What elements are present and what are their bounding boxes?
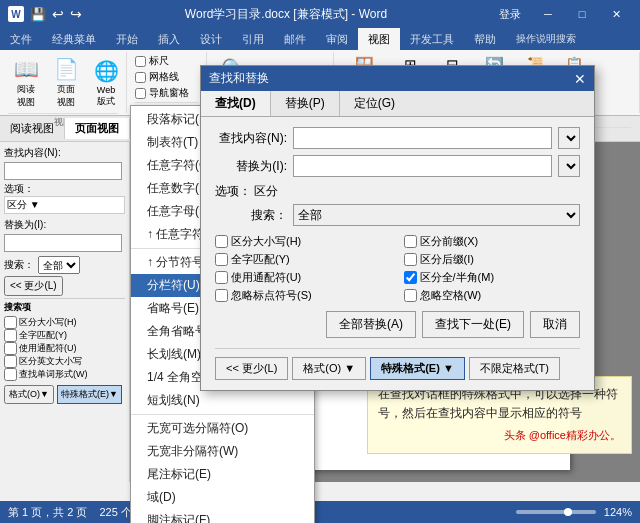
find-dropdown[interactable]: ▼ xyxy=(558,127,580,149)
tab-review[interactable]: 审阅 xyxy=(316,28,358,50)
maximize-button[interactable]: □ xyxy=(566,4,598,24)
replace-all-button[interactable]: 全部替换(A) xyxy=(326,311,416,338)
sidebar-bottom-btns: 格式(O)▼ 特殊格式(E)▼ xyxy=(4,385,125,404)
undo-icon[interactable]: ↩ xyxy=(52,6,64,22)
search-select-dialog[interactable]: 全部 xyxy=(293,204,580,226)
close-button[interactable]: ✕ xyxy=(600,4,632,24)
sidebar-find-input[interactable] xyxy=(4,162,122,180)
cb-wildcard[interactable]: 使用通配符(U) xyxy=(215,270,392,285)
bottom-buttons-row: << 更少(L) 格式(O) ▼ 特殊格式(E) ▼ 不限定格式(T) xyxy=(215,348,580,380)
opt-word-cb[interactable] xyxy=(4,368,17,381)
zoom-slider[interactable] xyxy=(516,510,596,514)
checkbox-nav[interactable]: 导航窗格 xyxy=(135,86,189,100)
tab-view[interactable]: 视图 xyxy=(358,28,400,50)
redo-icon[interactable]: ↪ xyxy=(70,6,82,22)
tab-search[interactable]: 操作说明搜索 xyxy=(506,28,586,50)
less-button-sidebar[interactable]: << 更少(L) xyxy=(4,276,63,296)
options-row: 选项： 区分 xyxy=(215,183,580,200)
minimize-button[interactable]: ─ xyxy=(532,4,564,24)
format-btn-sidebar[interactable]: 格式(O)▼ xyxy=(4,385,54,404)
ribbon-group-views: 📖 阅读视图 📄 页面视图 🌐 Web版式 视图 xyxy=(0,52,127,113)
window-title: Word学习目录.docx [兼容模式] - Word xyxy=(82,6,490,23)
login-button[interactable]: 登录 xyxy=(490,4,530,24)
ruler-checkbox[interactable] xyxy=(135,56,146,67)
cancel-button[interactable]: 取消 xyxy=(530,311,580,338)
opt-full[interactable]: 全字匹配(Y) xyxy=(4,329,125,342)
tab-file[interactable]: 文件 xyxy=(0,28,42,50)
search-options-title: 搜索项 xyxy=(4,298,125,314)
save-icon[interactable]: 💾 xyxy=(30,7,46,22)
btn-page-view[interactable]: 📄 页面视图 xyxy=(48,54,84,111)
cb-ignore-space-input[interactable] xyxy=(404,289,417,302)
special-format-btn-sidebar[interactable]: 特殊格式(E)▼ xyxy=(57,385,122,404)
menu-item-en-dash[interactable]: 短划线(N) xyxy=(131,389,314,412)
replace-input[interactable] xyxy=(293,155,552,177)
cb-whole-word-input[interactable] xyxy=(215,253,228,266)
ribbon-group-show-inner: 标尺 网格线 导航窗格 xyxy=(135,54,198,100)
opt-wild[interactable]: 使用通配符(U) xyxy=(4,342,125,355)
format-button[interactable]: 格式(O) ▼ xyxy=(292,357,366,380)
view-btn-reading[interactable]: 阅读视图 xyxy=(0,118,65,139)
replace-dropdown[interactable]: ▼ xyxy=(558,155,580,177)
cb-case-input[interactable] xyxy=(215,235,228,248)
special-format-button[interactable]: 特殊格式(E) ▼ xyxy=(370,357,465,380)
tab-classic[interactable]: 经典菜单 xyxy=(42,28,106,50)
opt-full-cb[interactable] xyxy=(4,329,17,342)
search-options: 区分大小写(H) 全字匹配(Y) 使用通配符(U) 区分英文大小写 查找单词形式… xyxy=(4,316,125,381)
cb-english[interactable]: 忽略标点符号(S) xyxy=(215,288,392,303)
status-bar: 第 1 页，共 2 页 225 个字 中文(中国) 124% xyxy=(0,501,640,523)
search-select[interactable]: 全部 xyxy=(38,256,80,274)
tab-ref[interactable]: 引用 xyxy=(232,28,274,50)
cb-prefix-input[interactable] xyxy=(404,235,417,248)
sidebar-options-dropdown[interactable]: 区分 ▼ xyxy=(4,196,125,214)
cb-suffix-label: 区分后缀(I) xyxy=(420,252,474,267)
dialog-tab-goto[interactable]: 定位(G) xyxy=(340,91,409,116)
cb-case[interactable]: 区分大小写(H) xyxy=(215,234,392,249)
opt-wild-cb[interactable] xyxy=(4,342,17,355)
find-next-button[interactable]: 查找下一处(E) xyxy=(422,311,524,338)
tab-mail[interactable]: 邮件 xyxy=(274,28,316,50)
opt-eng-cb[interactable] xyxy=(4,355,17,368)
checkbox-ruler[interactable]: 标尺 xyxy=(135,54,169,68)
cb-english-input[interactable] xyxy=(215,289,228,302)
opt-case[interactable]: 区分大小写(H) xyxy=(4,316,125,329)
menu-item-opt-break[interactable]: 无宽可选分隔符(O) xyxy=(131,417,314,440)
menu-item-footnote[interactable]: 脚注标记(F) xyxy=(131,509,314,523)
sidebar-replace-input[interactable] xyxy=(4,234,122,252)
no-format-button[interactable]: 不限定格式(T) xyxy=(469,357,560,380)
checkbox-gridlines[interactable]: 网格线 xyxy=(135,70,179,84)
cb-suffix[interactable]: 区分后缀(I) xyxy=(404,252,581,267)
menu-item-field[interactable]: 域(D) xyxy=(131,486,314,509)
find-input[interactable] xyxy=(293,127,552,149)
cb-prefix[interactable]: 区分前缀(X) xyxy=(404,234,581,249)
cb-halfwidth[interactable]: 区分全/半角(M) xyxy=(404,270,581,285)
dialog-tab-replace[interactable]: 替换(P) xyxy=(271,91,340,116)
tab-help[interactable]: 帮助 xyxy=(464,28,506,50)
opt-word[interactable]: 查找单词形式(W) xyxy=(4,368,125,381)
dialog-close-button[interactable]: ✕ xyxy=(574,72,586,86)
tab-home[interactable]: 开始 xyxy=(106,28,148,50)
cb-whole-word[interactable]: 全字匹配(Y) xyxy=(215,252,392,267)
cb-halfwidth-input[interactable] xyxy=(404,271,417,284)
cb-suffix-input[interactable] xyxy=(404,253,417,266)
checkboxes-grid: 区分大小写(H) 区分前缀(X) 全字匹配(Y) 区分后缀(I) 使用通配符(U… xyxy=(215,234,580,303)
tab-design[interactable]: 设计 xyxy=(190,28,232,50)
menu-item-endnote[interactable]: 尾注标记(E) xyxy=(131,463,314,486)
view-btn-page[interactable]: 页面视图 xyxy=(65,118,130,139)
opt-case-cb[interactable] xyxy=(4,316,17,329)
cb-ignore-space[interactable]: 忽略空格(W) xyxy=(404,288,581,303)
dialog-tab-find[interactable]: 查找(D) xyxy=(201,91,271,116)
btn-reading-view[interactable]: 📖 阅读视图 xyxy=(8,54,44,111)
btn-web-view[interactable]: 🌐 Web版式 xyxy=(88,56,124,110)
title-bar: W 💾 ↩ ↪ Word学习目录.docx [兼容模式] - Word 登录 ─… xyxy=(0,0,640,28)
gridlines-checkbox[interactable] xyxy=(135,72,146,83)
nav-checkbox[interactable] xyxy=(135,88,146,99)
cb-wildcard-input[interactable] xyxy=(215,271,228,284)
opt-eng[interactable]: 区分英文大小写 xyxy=(4,355,125,368)
less-button[interactable]: << 更少(L) xyxy=(215,357,288,380)
tab-insert[interactable]: 插入 xyxy=(148,28,190,50)
tab-dev[interactable]: 开发工具 xyxy=(400,28,464,50)
quick-access-toolbar: 💾 ↩ ↪ xyxy=(30,6,82,22)
menu-item-no-break[interactable]: 无宽非分隔符(W) xyxy=(131,440,314,463)
ribbon-group-views-inner: 📖 阅读视图 📄 页面视图 🌐 Web版式 xyxy=(8,54,118,111)
